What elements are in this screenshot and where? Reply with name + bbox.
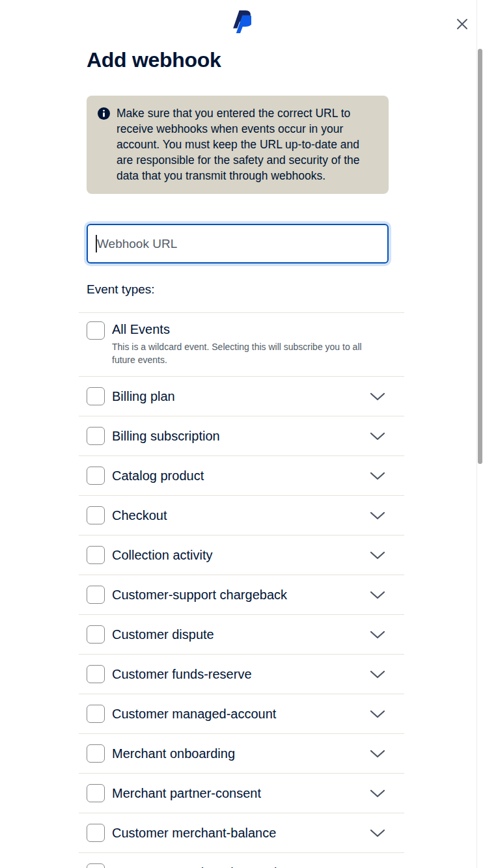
- chevron-down-icon[interactable]: [370, 829, 385, 837]
- event-group-label: Customer merchant-integration: [112, 865, 292, 868]
- event-group-checkbox[interactable]: [87, 665, 105, 683]
- event-group-label: Customer-support chargeback: [112, 587, 287, 603]
- event-group-row[interactable]: Customer-support chargeback: [79, 575, 404, 614]
- event-group-checkbox[interactable]: [87, 387, 105, 405]
- page-title: Add webhook: [87, 48, 396, 72]
- event-group-row[interactable]: Merchant onboarding: [79, 733, 404, 773]
- event-group-row[interactable]: Catalog product: [79, 455, 404, 495]
- alert-text: Make sure that you entered the correct U…: [117, 105, 377, 183]
- event-group-row[interactable]: Collection activity: [79, 535, 404, 575]
- dialog-body: Add webhook Make sure that you entered t…: [0, 48, 483, 868]
- all-events-text: All Events This is a wildcard event. Sel…: [112, 321, 380, 366]
- event-group-label: Collection activity: [112, 547, 213, 563]
- chevron-down-icon[interactable]: [370, 472, 385, 480]
- event-group-label: Customer managed-account: [112, 706, 276, 722]
- event-group-label: Customer dispute: [112, 627, 214, 643]
- info-icon: [98, 107, 110, 183]
- event-group-checkbox[interactable]: [87, 506, 105, 524]
- event-group-row[interactable]: Customer funds-reserve: [79, 654, 404, 694]
- event-group-checkbox[interactable]: [87, 744, 105, 763]
- event-group-label: Billing plan: [112, 388, 175, 405]
- event-group-checkbox[interactable]: [87, 705, 105, 723]
- chevron-down-icon[interactable]: [370, 670, 385, 679]
- scrollbar-track[interactable]: [476, 0, 483, 868]
- event-group-checkbox[interactable]: [87, 863, 105, 868]
- event-group-label: Catalog product: [112, 468, 204, 484]
- event-group-row[interactable]: Billing plan: [79, 376, 404, 416]
- event-group-label: Merchant partner-consent: [112, 785, 261, 802]
- all-events-description: This is a wildcard event. Selecting this…: [112, 340, 380, 366]
- event-group-checkbox[interactable]: [87, 586, 105, 604]
- chevron-down-icon[interactable]: [370, 710, 385, 718]
- all-events-checkbox[interactable]: [87, 321, 105, 340]
- event-group-checkbox[interactable]: [87, 625, 105, 644]
- all-events-label: All Events: [112, 321, 380, 338]
- event-group-checkbox[interactable]: [87, 824, 105, 842]
- event-group-checkbox[interactable]: [87, 546, 105, 564]
- add-webhook-dialog: Add webhook Make sure that you entered t…: [0, 0, 483, 868]
- dialog-header: [0, 0, 483, 34]
- chevron-down-icon[interactable]: [370, 392, 385, 401]
- all-events-row[interactable]: All Events This is a wildcard event. Sel…: [79, 312, 404, 376]
- close-icon: [456, 18, 468, 30]
- scrollbar-thumb[interactable]: [478, 49, 482, 464]
- info-alert: Make sure that you entered the correct U…: [87, 96, 389, 194]
- event-group-label: Billing subscription: [112, 428, 220, 444]
- event-group-checkbox[interactable]: [87, 427, 105, 445]
- event-group-row[interactable]: Customer merchant-integration: [79, 852, 404, 868]
- event-group-row[interactable]: Customer dispute: [79, 614, 404, 654]
- text-caret: [96, 235, 97, 252]
- event-group-row[interactable]: Billing subscription: [79, 416, 404, 455]
- close-button[interactable]: [455, 17, 469, 31]
- chevron-down-icon[interactable]: [370, 551, 385, 560]
- event-group-checkbox[interactable]: [87, 784, 105, 802]
- event-group-label: Checkout: [112, 508, 167, 524]
- event-group-row[interactable]: Merchant partner-consent: [79, 773, 404, 813]
- chevron-down-icon[interactable]: [370, 511, 385, 520]
- event-group-label: Customer funds-reserve: [112, 666, 252, 683]
- event-group-row[interactable]: Checkout: [79, 495, 404, 535]
- event-group-rows: Billing plan Billing subscription: [79, 376, 404, 868]
- event-types-label: Event types:: [87, 282, 396, 297]
- chevron-down-icon[interactable]: [370, 789, 385, 798]
- event-group-checkbox[interactable]: [87, 467, 105, 485]
- chevron-down-icon[interactable]: [370, 631, 385, 639]
- chevron-down-icon[interactable]: [370, 591, 385, 599]
- event-group-row[interactable]: Customer managed-account: [79, 694, 404, 733]
- event-group-label: Merchant onboarding: [112, 746, 235, 762]
- paypal-logo: [232, 10, 251, 34]
- event-group-label: Customer merchant-balance: [112, 825, 276, 841]
- event-group-row[interactable]: Customer merchant-balance: [79, 813, 404, 852]
- webhook-url-field: [87, 224, 389, 264]
- webhook-url-input[interactable]: [87, 224, 389, 264]
- event-types-list: All Events This is a wildcard event. Sel…: [79, 312, 404, 868]
- chevron-down-icon[interactable]: [370, 432, 385, 441]
- chevron-down-icon[interactable]: [370, 750, 385, 758]
